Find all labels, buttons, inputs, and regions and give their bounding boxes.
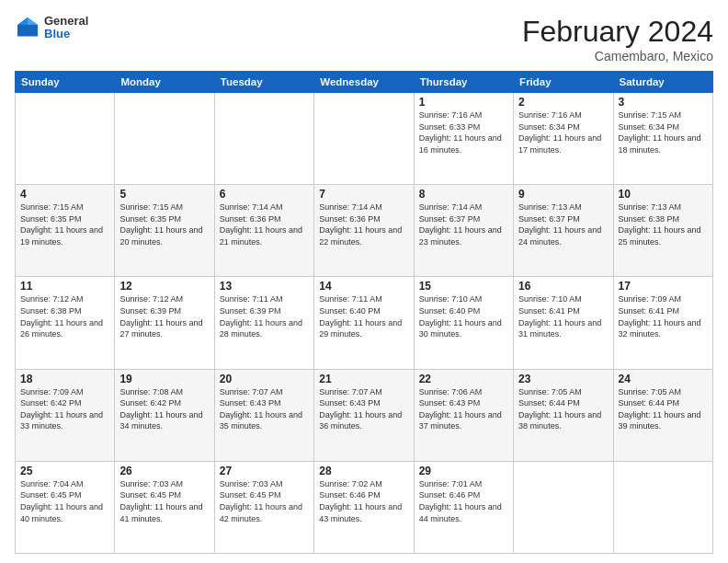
cell-day-number: 22 (419, 373, 508, 385)
table-row: 27Sunrise: 7:03 AMSunset: 6:45 PMDayligh… (214, 461, 313, 553)
cell-day-number: 3 (619, 96, 708, 109)
table-row (115, 93, 214, 185)
cell-info: Sunrise: 7:09 AMSunset: 6:42 PMDaylight:… (20, 386, 109, 432)
table-row: 8Sunrise: 7:14 AMSunset: 6:37 PMDaylight… (414, 185, 513, 277)
cell-day-number: 4 (20, 188, 109, 201)
table-row: 17Sunrise: 7:09 AMSunset: 6:41 PMDayligh… (613, 277, 712, 369)
table-row: 23Sunrise: 7:05 AMSunset: 6:44 PMDayligh… (514, 369, 613, 461)
cell-info: Sunrise: 7:07 AMSunset: 6:43 PMDaylight:… (319, 386, 408, 432)
cell-info: Sunrise: 7:09 AMSunset: 6:41 PMDaylight:… (619, 293, 708, 339)
table-row: 14Sunrise: 7:11 AMSunset: 6:40 PMDayligh… (314, 277, 414, 369)
cell-day-number: 5 (119, 188, 209, 201)
col-wednesday: Wednesday (314, 72, 414, 93)
table-row: 7Sunrise: 7:14 AMSunset: 6:36 PMDaylight… (314, 185, 414, 277)
cell-day-number: 28 (319, 465, 408, 477)
cell-day-number: 26 (119, 465, 209, 477)
week-row-2: 4Sunrise: 7:15 AMSunset: 6:35 PMDaylight… (16, 185, 713, 277)
cell-info: Sunrise: 7:02 AMSunset: 6:46 PMDaylight:… (319, 478, 408, 524)
week-row-4: 18Sunrise: 7:09 AMSunset: 6:42 PMDayligh… (16, 369, 713, 461)
cell-day-number: 12 (119, 280, 209, 293)
cell-day-number: 21 (319, 373, 408, 385)
table-row: 22Sunrise: 7:06 AMSunset: 6:43 PMDayligh… (414, 369, 513, 461)
location: Camembaro, Mexico (522, 49, 713, 63)
header-row: Sunday Monday Tuesday Wednesday Thursday… (16, 72, 713, 93)
table-row: 19Sunrise: 7:08 AMSunset: 6:42 PMDayligh… (115, 369, 214, 461)
logo: General Blue (15, 15, 88, 41)
table-row: 28Sunrise: 7:02 AMSunset: 6:46 PMDayligh… (314, 461, 414, 553)
cell-info: Sunrise: 7:14 AMSunset: 6:36 PMDaylight:… (220, 201, 309, 247)
cell-day-number: 14 (319, 280, 408, 293)
table-row (514, 461, 613, 553)
cell-day-number: 2 (518, 96, 608, 109)
table-row: 21Sunrise: 7:07 AMSunset: 6:43 PMDayligh… (314, 369, 414, 461)
cell-day-number: 16 (518, 280, 608, 293)
col-thursday: Thursday (414, 72, 513, 93)
col-sunday: Sunday (16, 72, 115, 93)
cell-info: Sunrise: 7:14 AMSunset: 6:37 PMDaylight:… (419, 201, 508, 247)
week-row-5: 25Sunrise: 7:04 AMSunset: 6:45 PMDayligh… (16, 461, 713, 553)
cell-info: Sunrise: 7:11 AMSunset: 6:39 PMDaylight:… (220, 293, 309, 339)
cell-day-number: 15 (419, 280, 508, 293)
cell-day-number: 9 (518, 188, 608, 201)
table-row: 16Sunrise: 7:10 AMSunset: 6:41 PMDayligh… (514, 277, 613, 369)
cell-info: Sunrise: 7:13 AMSunset: 6:38 PMDaylight:… (619, 201, 708, 247)
cell-day-number: 29 (419, 465, 508, 477)
logo-text: General Blue (44, 15, 88, 41)
cell-info: Sunrise: 7:11 AMSunset: 6:40 PMDaylight:… (319, 293, 408, 339)
table-row: 4Sunrise: 7:15 AMSunset: 6:35 PMDaylight… (16, 185, 115, 277)
cell-info: Sunrise: 7:05 AMSunset: 6:44 PMDaylight:… (619, 386, 708, 432)
table-row: 20Sunrise: 7:07 AMSunset: 6:43 PMDayligh… (214, 369, 313, 461)
week-row-1: 1Sunrise: 7:16 AMSunset: 6:33 PMDaylight… (16, 93, 713, 185)
svg-marker-1 (28, 17, 38, 25)
cell-day-number: 27 (220, 465, 309, 477)
table-row: 5Sunrise: 7:15 AMSunset: 6:35 PMDaylight… (115, 185, 214, 277)
cell-day-number: 10 (619, 188, 708, 201)
month-title: February 2024 (522, 15, 713, 49)
cell-day-number: 18 (20, 373, 109, 385)
cell-day-number: 11 (20, 280, 109, 293)
cell-info: Sunrise: 7:10 AMSunset: 6:40 PMDaylight:… (419, 293, 508, 339)
logo-general-text: General (44, 15, 88, 28)
table-row: 11Sunrise: 7:12 AMSunset: 6:38 PMDayligh… (16, 277, 115, 369)
table-row: 6Sunrise: 7:14 AMSunset: 6:36 PMDaylight… (214, 185, 313, 277)
cell-day-number: 13 (220, 280, 309, 293)
cell-day-number: 23 (518, 373, 608, 385)
cell-info: Sunrise: 7:08 AMSunset: 6:42 PMDaylight:… (119, 386, 209, 432)
table-row (314, 93, 414, 185)
cell-day-number: 20 (220, 373, 309, 385)
cell-day-number: 8 (419, 188, 508, 201)
cell-info: Sunrise: 7:12 AMSunset: 6:39 PMDaylight:… (119, 293, 209, 339)
table-row (613, 461, 712, 553)
table-row: 15Sunrise: 7:10 AMSunset: 6:40 PMDayligh… (414, 277, 513, 369)
table-row: 10Sunrise: 7:13 AMSunset: 6:38 PMDayligh… (613, 185, 712, 277)
cell-info: Sunrise: 7:06 AMSunset: 6:43 PMDaylight:… (419, 386, 508, 432)
cell-info: Sunrise: 7:15 AMSunset: 6:35 PMDaylight:… (20, 201, 109, 247)
table-row: 9Sunrise: 7:13 AMSunset: 6:37 PMDaylight… (514, 185, 613, 277)
table-row: 26Sunrise: 7:03 AMSunset: 6:45 PMDayligh… (115, 461, 214, 553)
cell-info: Sunrise: 7:10 AMSunset: 6:41 PMDaylight:… (518, 293, 608, 339)
cell-info: Sunrise: 7:05 AMSunset: 6:44 PMDaylight:… (518, 386, 608, 432)
logo-icon (15, 15, 40, 40)
cell-day-number: 25 (20, 465, 109, 477)
calendar-table: Sunday Monday Tuesday Wednesday Thursday… (15, 71, 713, 554)
logo-blue-text: Blue (44, 28, 88, 40)
table-row: 29Sunrise: 7:01 AMSunset: 6:46 PMDayligh… (414, 461, 513, 553)
cell-day-number: 7 (319, 188, 408, 201)
cell-day-number: 6 (220, 188, 309, 201)
page: General Blue February 2024 Camembaro, Me… (0, 0, 728, 563)
cell-info: Sunrise: 7:15 AMSunset: 6:35 PMDaylight:… (119, 201, 209, 247)
table-row: 12Sunrise: 7:12 AMSunset: 6:39 PMDayligh… (115, 277, 214, 369)
cell-info: Sunrise: 7:04 AMSunset: 6:45 PMDaylight:… (20, 478, 109, 524)
cell-info: Sunrise: 7:16 AMSunset: 6:34 PMDaylight:… (518, 109, 608, 155)
col-monday: Monday (115, 72, 214, 93)
cell-info: Sunrise: 7:03 AMSunset: 6:45 PMDaylight:… (220, 478, 309, 524)
cell-day-number: 17 (619, 280, 708, 293)
col-saturday: Saturday (613, 72, 712, 93)
table-row: 2Sunrise: 7:16 AMSunset: 6:34 PMDaylight… (514, 93, 613, 185)
table-row (214, 93, 313, 185)
table-row: 1Sunrise: 7:16 AMSunset: 6:33 PMDaylight… (414, 93, 513, 185)
top-section: General Blue February 2024 Camembaro, Me… (15, 15, 713, 63)
table-row: 18Sunrise: 7:09 AMSunset: 6:42 PMDayligh… (16, 369, 115, 461)
col-friday: Friday (514, 72, 613, 93)
cell-day-number: 19 (119, 373, 209, 385)
